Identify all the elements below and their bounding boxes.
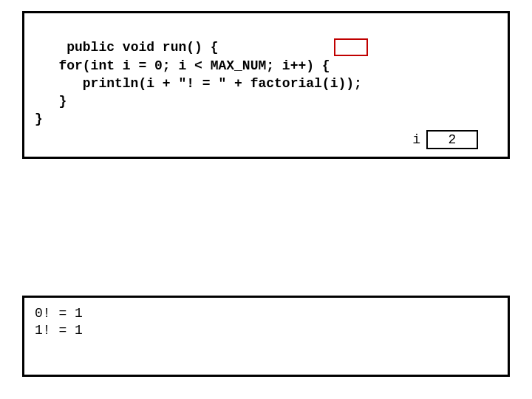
code-line-3: println(i + "! = " + factorial(i)); <box>35 76 362 91</box>
code-line-2: for(int i = 0; i < MAX_NUM; i++) { <box>35 58 330 73</box>
variable-value-box: 2 <box>426 130 478 149</box>
highlight-increment <box>334 38 368 56</box>
output-panel: 0! = 1 1! = 1 <box>22 296 510 377</box>
variable-name: i <box>412 132 420 147</box>
variable-value: 2 <box>449 132 457 147</box>
code-line-4: } <box>35 94 66 109</box>
code-panel: public void run() { for(int i = 0; i < M… <box>22 11 510 159</box>
code-line-5: } <box>35 112 43 126</box>
code-line-1: public void run() { <box>66 40 218 55</box>
variable-display: i 2 <box>412 130 478 149</box>
output-line-1: 0! = 1 <box>35 306 83 321</box>
output-line-2: 1! = 1 <box>35 323 83 338</box>
